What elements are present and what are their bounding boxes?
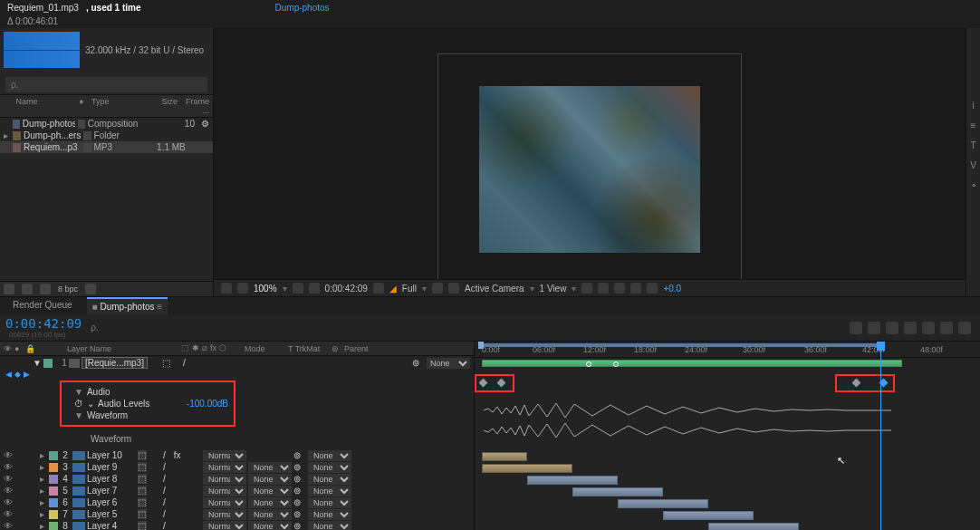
tc-icon-6[interactable] [940,322,953,334]
layer-row[interactable]: 👁 ▸ 6 Layer 6 ⬚/ Normal None ⊚ None [0,496,474,508]
trkmat-dropdown[interactable]: None [248,497,292,508]
fx-switch[interactable]: ⬚ [138,474,147,483]
parent-pick-icon[interactable]: ⊚ [293,521,306,530]
mode-dropdown[interactable]: Normal [203,497,246,508]
twirl-icon[interactable]: ▸ [40,450,47,460]
layer-name[interactable]: Layer 10 [87,450,136,460]
settings-icon[interactable] [40,284,51,294]
tab-render-queue[interactable]: Render Queue [7,297,78,314]
col-size[interactable]: Size [142,97,178,115]
project-search-input[interactable] [5,77,207,92]
current-timecode[interactable]: 0:00:42:09 [5,316,82,331]
mode-dropdown[interactable]: Normal [203,474,246,485]
camera-dropdown[interactable]: Active Camera [465,284,524,294]
visibility-toggle[interactable]: 👁 [4,486,13,496]
twirl-icon[interactable]: ▸ [40,462,47,472]
layer-duration-bar[interactable] [482,464,572,473]
parent-dropdown[interactable]: None [308,521,351,531]
color-depth[interactable]: 8 bpc [58,284,78,294]
layer-row[interactable]: 👁 ▸ 4 Layer 8 ⬚/ Normal None ⊚ None [0,473,474,485]
resolution-icon[interactable] [293,283,303,294]
parent-dropdown[interactable]: None [427,358,470,369]
tc-icon-4[interactable] [904,322,917,334]
label-color[interactable] [49,463,58,472]
mask-icon[interactable] [237,283,248,294]
trash-icon[interactable] [85,284,96,294]
layer-name[interactable]: Layer 9 [87,462,136,472]
visibility-toggle[interactable]: 👁 [4,462,13,472]
3d-icon[interactable] [448,283,459,294]
label-color[interactable] [49,498,58,507]
parent-pick-icon[interactable]: ⊚ [293,486,306,496]
twirl-icon[interactable]: ▸ [40,497,47,507]
side-icon-4[interactable]: V [968,160,979,171]
col-frame[interactable]: Frame ... [178,97,209,115]
visibility-toggle[interactable]: 👁 [4,450,13,460]
tc-icon-3[interactable] [886,322,898,334]
layer-name[interactable]: Layer 5 [87,509,136,519]
fx-switch[interactable]: ⬚ [138,462,147,471]
parent-dropdown[interactable]: None [308,497,351,508]
mode-dropdown[interactable]: Normal [203,486,246,496]
layer-row[interactable]: 👁 ▸ 5 Layer 7 ⬚/ Normal None ⊚ None [0,485,474,496]
layer-row[interactable]: 👁 ▸ 7 Layer 5 ⬚/ Normal None ⊚ None [0,508,474,520]
trkmat-dropdown[interactable]: None [248,521,292,531]
twirl-icon[interactable]: ▸ [40,474,47,484]
label-color[interactable] [49,475,58,484]
parent-pick-icon[interactable]: ⊚ [293,474,306,484]
playhead[interactable] [880,342,881,530]
layer-duration-bar[interactable] [618,499,708,508]
col-mode[interactable]: Mode [245,344,288,353]
new-folder-icon[interactable] [22,284,33,294]
timeline-tracks[interactable]: 0:00f06:00f12:00f18:00f24:00f30:00f36:00… [475,342,980,530]
file-row[interactable]: Dump-photos Composition 10 ⚙ [0,118,213,130]
layer-name[interactable]: Layer 6 [87,497,136,507]
comp-link[interactable]: Dump-photos [275,3,330,13]
parent-pick-icon[interactable]: ⊚ [293,450,306,460]
layer-duration-bar[interactable] [572,487,663,496]
views-dropdown[interactable]: 1 View [540,284,567,294]
grid-icon[interactable] [221,283,232,294]
snapshot-icon[interactable] [373,283,384,294]
parent-dropdown[interactable]: None [308,509,351,520]
preview-image[interactable] [479,86,700,253]
fx-switch[interactable]: ⬚ [138,521,147,530]
file-row[interactable]: Requiem...p3 MP3 1.1 MB [0,141,213,153]
prev-key-icon[interactable]: ◀ [5,370,12,379]
fx-switch[interactable]: ⬚ [138,486,147,495]
mode-dropdown[interactable]: Normal [203,509,246,520]
trkmat-dropdown[interactable]: None [248,474,292,485]
layer-name[interactable]: Layer 7 [87,486,136,496]
layer-duration-bar[interactable] [708,523,799,530]
mode-dropdown[interactable]: Normal [203,521,246,531]
audio-levels-value[interactable]: -100.00dB [187,399,228,409]
transparency-icon[interactable] [432,283,443,294]
fx-switch[interactable]: ⬚ [138,450,147,459]
quality-dropdown[interactable]: Full [402,284,417,294]
tc-icon-7[interactable] [958,322,971,334]
layer-name[interactable]: Layer 4 [87,521,136,530]
audio-layer-name[interactable]: [Requie...mp3] [82,357,148,369]
tc-icon-5[interactable] [922,322,935,334]
trkmat-dropdown[interactable]: None [248,509,292,520]
audio-layer-bar[interactable] [482,360,902,367]
new-comp-icon[interactable] [4,284,14,294]
crop-icon[interactable] [309,283,320,294]
audio-levels-label[interactable]: Audio Levels [98,399,149,409]
twirl-icon[interactable]: ▸ [40,509,47,519]
time-ruler[interactable]: 0:00f06:00f12:00f18:00f24:00f30:00f36:00… [475,342,980,358]
gear-icon[interactable] [647,283,658,294]
exposure-value[interactable]: +0.0 [663,284,681,294]
audio-twirl-label[interactable]: Audio [87,387,110,397]
add-key-icon[interactable]: ◆ [14,370,21,379]
parent-pick-icon[interactable]: ⊚ [293,497,306,507]
layer-name[interactable]: Layer 8 [87,474,136,484]
parent-dropdown[interactable]: None [308,450,351,461]
vf-icon-a[interactable] [581,283,592,294]
visibility-toggle[interactable]: 👁 [4,474,13,484]
layer-duration-bar[interactable] [663,511,754,520]
visibility-toggle[interactable]: 👁 [4,497,13,507]
vf-icon-d[interactable] [630,283,641,294]
col-type[interactable]: Type [91,97,142,115]
twirl-icon[interactable]: ▸ [40,521,47,530]
